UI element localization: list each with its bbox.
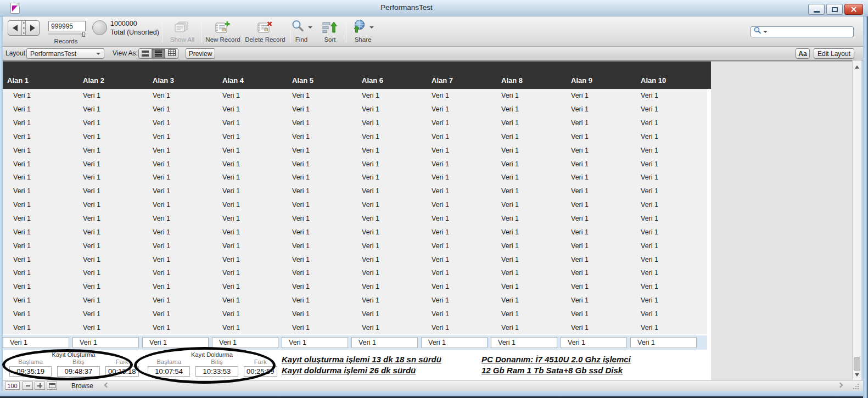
table-cell[interactable]: Veri 1 bbox=[72, 215, 142, 222]
table-cell[interactable]: Veri 1 bbox=[3, 147, 72, 154]
table-cell[interactable]: Veri 1 bbox=[282, 283, 351, 290]
table-cell[interactable]: Veri 1 bbox=[72, 283, 142, 290]
table-cell[interactable]: Veri 1 bbox=[72, 187, 142, 195]
table-cell[interactable]: Veri 1 bbox=[142, 105, 212, 113]
next-record-button[interactable] bbox=[26, 21, 39, 35]
maximize-button[interactable] bbox=[826, 4, 843, 15]
table-cell[interactable]: Veri 1 bbox=[351, 119, 421, 127]
table-cell[interactable]: Veri 1 bbox=[72, 201, 142, 209]
table-cell[interactable]: Veri 1 bbox=[3, 310, 72, 318]
table-cell[interactable]: Veri 1 bbox=[630, 173, 700, 181]
edit-layout-button[interactable]: Edit Layout bbox=[814, 48, 854, 59]
table-cell[interactable]: Veri 1 bbox=[3, 296, 72, 304]
table-cell[interactable]: Veri 1 bbox=[561, 147, 630, 154]
table-cell[interactable]: Veri 1 bbox=[351, 269, 421, 277]
table-cell[interactable]: Veri 1 bbox=[561, 119, 630, 127]
table-cell[interactable]: Veri 1 bbox=[212, 92, 282, 99]
table-cell[interactable]: Veri 1 bbox=[72, 242, 142, 250]
table-cell[interactable]: Veri 1 bbox=[561, 296, 630, 304]
table-cell[interactable]: Veri 1 bbox=[561, 187, 630, 195]
table-cell[interactable]: Veri 1 bbox=[282, 296, 351, 304]
table-cell[interactable]: Veri 1 bbox=[351, 160, 421, 168]
table-cell[interactable]: Veri 1 bbox=[142, 119, 212, 127]
table-cell[interactable]: Veri 1 bbox=[421, 105, 491, 113]
table-cell[interactable]: Veri 1 bbox=[351, 296, 421, 304]
table-cell[interactable]: Veri 1 bbox=[630, 147, 700, 154]
table-cell[interactable]: Veri 1 bbox=[282, 269, 351, 277]
table-cell[interactable]: Veri 1 bbox=[561, 92, 630, 99]
table-cell[interactable]: Veri 1 bbox=[491, 173, 561, 181]
table-cell[interactable]: Veri 1 bbox=[3, 92, 72, 99]
table-cell[interactable]: Veri 1 bbox=[351, 201, 421, 209]
table-cell[interactable]: Veri 1 bbox=[561, 242, 630, 250]
table-cell[interactable]: Veri 1 bbox=[212, 296, 282, 304]
table-cell[interactable]: Veri 1 bbox=[72, 133, 142, 141]
table-cell[interactable]: Veri 1 bbox=[3, 119, 72, 127]
table-cell[interactable]: Veri 1 bbox=[491, 310, 561, 318]
table-cell[interactable]: Veri 1 bbox=[561, 283, 630, 290]
table-cell[interactable]: Veri 1 bbox=[72, 119, 142, 127]
table-cell[interactable]: Veri 1 bbox=[72, 160, 142, 168]
vertical-scrollbar[interactable] bbox=[852, 60, 861, 380]
find-dropdown-icon[interactable] bbox=[308, 26, 312, 29]
share-button[interactable]: Share bbox=[349, 20, 377, 45]
table-cell[interactable]: Veri 1 bbox=[561, 324, 630, 332]
record-navigation-book[interactable] bbox=[8, 20, 40, 36]
table-cell[interactable]: Veri 1 bbox=[142, 133, 212, 141]
table-cell[interactable]: Veri 1 bbox=[142, 92, 212, 99]
table-cell[interactable]: Veri 1 bbox=[142, 269, 212, 277]
table-cell[interactable]: Veri 1 bbox=[630, 105, 700, 113]
table-cell[interactable]: Veri 1 bbox=[351, 228, 421, 236]
table-cell[interactable]: Veri 1 bbox=[212, 324, 282, 332]
record-slider-handle[interactable] bbox=[82, 32, 85, 37]
table-cell[interactable]: Veri 1 bbox=[630, 228, 700, 236]
table-cell[interactable]: Veri 1 bbox=[561, 228, 630, 236]
view-as-table-button[interactable] bbox=[165, 48, 178, 59]
table-cell[interactable]: Veri 1 bbox=[72, 92, 142, 99]
table-cell[interactable]: Veri 1 bbox=[630, 242, 700, 250]
table-cell[interactable]: Veri 1 bbox=[561, 133, 630, 141]
view-as-form-button[interactable] bbox=[138, 48, 152, 59]
table-cell[interactable]: Veri 1 bbox=[351, 105, 421, 113]
table-cell[interactable]: Veri 1 bbox=[3, 269, 72, 277]
delete-record-button[interactable]: Delete Record bbox=[242, 20, 288, 45]
timing-field-value[interactable]: 09:48:37 bbox=[57, 366, 99, 377]
active-record-field[interactable]: Veri 1 bbox=[212, 337, 278, 348]
active-record-field[interactable]: Veri 1 bbox=[142, 337, 209, 348]
table-cell[interactable]: Veri 1 bbox=[142, 147, 212, 154]
table-cell[interactable]: Veri 1 bbox=[212, 228, 282, 236]
table-cell[interactable]: Veri 1 bbox=[142, 160, 212, 168]
table-cell[interactable]: Veri 1 bbox=[421, 173, 491, 181]
table-cell[interactable]: Veri 1 bbox=[491, 256, 561, 264]
table-cell[interactable]: Veri 1 bbox=[3, 324, 72, 332]
search-scope-dropdown-icon[interactable] bbox=[763, 31, 768, 33]
table-cell[interactable]: Veri 1 bbox=[351, 256, 421, 264]
active-record-field[interactable]: Veri 1 bbox=[561, 337, 627, 348]
table-cell[interactable]: Veri 1 bbox=[282, 147, 351, 154]
table-cell[interactable]: Veri 1 bbox=[212, 105, 282, 113]
active-record-field[interactable]: Veri 1 bbox=[491, 337, 557, 348]
table-cell[interactable]: Veri 1 bbox=[561, 105, 630, 113]
table-cell[interactable]: Veri 1 bbox=[491, 201, 561, 209]
table-cell[interactable]: Veri 1 bbox=[421, 119, 491, 127]
table-cell[interactable]: Veri 1 bbox=[351, 215, 421, 222]
table-cell[interactable]: Veri 1 bbox=[142, 256, 212, 264]
table-cell[interactable]: Veri 1 bbox=[421, 147, 491, 154]
table-cell[interactable]: Veri 1 bbox=[630, 215, 700, 222]
table-cell[interactable]: Veri 1 bbox=[630, 324, 700, 332]
table-cell[interactable]: Veri 1 bbox=[630, 283, 700, 290]
timing-field-value[interactable]: 00:25:59 bbox=[244, 366, 277, 377]
table-cell[interactable]: Veri 1 bbox=[72, 310, 142, 318]
table-cell[interactable]: Veri 1 bbox=[72, 228, 142, 236]
table-cell[interactable]: Veri 1 bbox=[630, 201, 700, 209]
table-cell[interactable]: Veri 1 bbox=[630, 119, 700, 127]
zoom-in-button[interactable] bbox=[35, 382, 45, 390]
table-cell[interactable]: Veri 1 bbox=[351, 310, 421, 318]
table-cell[interactable]: Veri 1 bbox=[561, 256, 630, 264]
table-cell[interactable]: Veri 1 bbox=[212, 173, 282, 181]
active-record-field[interactable]: Veri 1 bbox=[421, 337, 488, 348]
table-cell[interactable]: Veri 1 bbox=[561, 269, 630, 277]
table-cell[interactable]: Veri 1 bbox=[282, 242, 351, 250]
scroll-down-button[interactable] bbox=[853, 371, 861, 379]
table-cell[interactable]: Veri 1 bbox=[72, 269, 142, 277]
